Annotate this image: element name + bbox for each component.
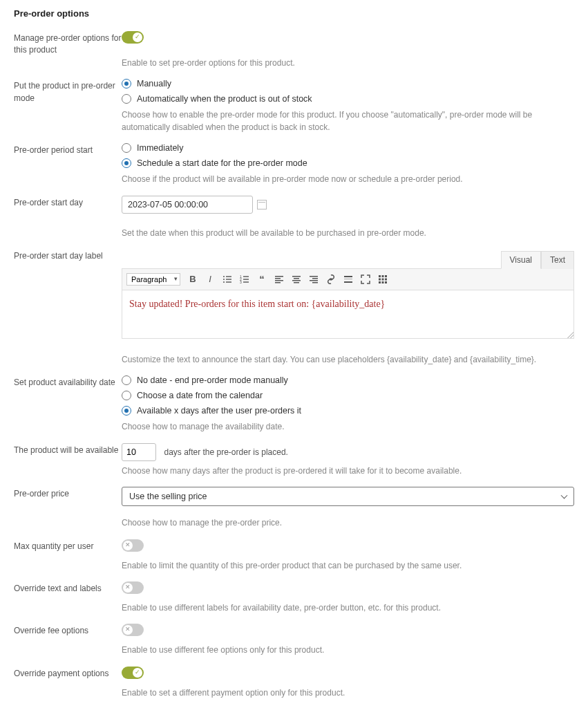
svg-rect-5 <box>226 281 231 282</box>
field-available-after: The product will be available days after… <box>14 443 574 477</box>
bold-icon[interactable]: B <box>185 272 200 287</box>
radio-icon <box>122 375 131 385</box>
svg-point-4 <box>223 281 225 283</box>
svg-rect-11 <box>243 281 249 282</box>
svg-rect-35 <box>385 281 387 283</box>
field-price: Pre-order price Use the selling price Ch… <box>14 487 574 529</box>
radio-icon <box>122 391 131 400</box>
svg-rect-12 <box>275 276 283 277</box>
svg-rect-9 <box>243 279 249 279</box>
tab-text[interactable]: Text <box>541 251 574 269</box>
format-select[interactable]: Paragraph <box>126 273 180 286</box>
input-days-after[interactable] <box>122 443 156 461</box>
resize-handle-icon[interactable] <box>567 331 573 338</box>
radio-period-immediately[interactable]: Immediately <box>122 143 574 153</box>
input-start-day[interactable] <box>122 196 253 214</box>
toolbar-toggle-icon[interactable] <box>375 272 390 287</box>
align-left-icon[interactable] <box>272 272 287 287</box>
svg-rect-33 <box>379 281 381 283</box>
svg-rect-26 <box>344 281 352 283</box>
svg-rect-22 <box>310 280 318 281</box>
toggle-override-payment[interactable] <box>122 667 144 679</box>
label-max-qty: Max quantity per user <box>14 539 122 552</box>
radio-mode-manually[interactable]: Manually <box>122 79 574 88</box>
radio-mode-automatic[interactable]: Automatically when the product is out of… <box>122 94 574 104</box>
italic-icon[interactable]: I <box>202 272 218 287</box>
svg-rect-31 <box>382 278 384 280</box>
svg-point-0 <box>223 276 225 277</box>
field-availability: Set product availability date No date - … <box>14 375 574 433</box>
help-period-start: Choose if the product will be available … <box>122 174 574 185</box>
svg-rect-23 <box>312 282 318 283</box>
field-period-start: Pre-order period start Immediately Sched… <box>14 143 574 185</box>
radio-icon <box>122 143 131 153</box>
help-mode: Choose how to enable the pre-order mode … <box>122 109 574 133</box>
radio-availability-nodate[interactable]: No date - end pre-order mode manually <box>122 375 574 385</box>
label-period-start: Pre-order period start <box>14 143 122 156</box>
radio-icon <box>122 94 131 104</box>
svg-rect-15 <box>275 282 281 283</box>
panel-title: Pre-order options <box>14 8 574 19</box>
toggle-override-text[interactable] <box>122 581 144 594</box>
svg-rect-3 <box>226 279 231 279</box>
select-price[interactable]: Use the selling price <box>122 487 574 506</box>
label-price: Pre-order price <box>14 487 122 500</box>
help-manage: Enable to set pre-order options for this… <box>122 57 574 69</box>
calendar-icon[interactable] <box>257 200 267 209</box>
svg-rect-30 <box>379 278 381 280</box>
svg-rect-20 <box>310 276 318 277</box>
field-max-qty: Max quantity per user Enable to limit th… <box>14 539 574 572</box>
bullet-list-icon[interactable] <box>220 272 235 287</box>
label-override-text: Override text and labels <box>14 581 122 595</box>
svg-rect-24 <box>344 276 352 277</box>
toggle-manage[interactable] <box>122 31 144 44</box>
svg-rect-29 <box>385 275 387 277</box>
svg-point-2 <box>223 279 225 280</box>
link-icon[interactable] <box>323 272 339 287</box>
suffix-days-after: days after the pre-order is placed. <box>164 447 287 457</box>
radio-availability-calendar[interactable]: Choose a date from the calendar <box>122 391 574 400</box>
svg-rect-28 <box>382 275 384 277</box>
label-override-fee: Override fee options <box>14 624 122 637</box>
align-right-icon[interactable] <box>306 272 321 287</box>
help-override-text: Enable to use different labels for avail… <box>122 602 574 614</box>
ordered-list-icon[interactable]: 123 <box>237 272 252 287</box>
help-override-fee: Enable to use different fee options only… <box>122 644 574 656</box>
help-available-after: Choose how many days after the product i… <box>122 465 574 477</box>
svg-rect-16 <box>292 276 301 277</box>
svg-text:3: 3 <box>240 279 242 283</box>
label-override-payment: Override payment options <box>14 667 122 680</box>
quote-icon[interactable]: “ <box>254 272 269 287</box>
toggle-override-fee[interactable] <box>122 624 144 636</box>
svg-rect-1 <box>226 276 231 277</box>
svg-rect-32 <box>385 278 387 280</box>
editor-content[interactable]: Stay updated! Pre-orders for this item s… <box>122 290 574 339</box>
label-mode: Put the product in pre-order mode <box>14 79 122 104</box>
field-start-day-label: Pre-order start day label Visual Text Pa… <box>14 249 574 366</box>
field-override-fee: Override fee options Enable to use diffe… <box>14 624 574 656</box>
radio-icon <box>122 158 131 168</box>
label-available-after: The product will be available <box>14 443 122 456</box>
insert-read-more-icon[interactable] <box>341 272 356 287</box>
label-start-day-label: Pre-order start day label <box>14 249 122 262</box>
rich-editor: Visual Text Paragraph B I 123 “ <box>122 250 574 339</box>
fullscreen-icon[interactable] <box>358 272 373 287</box>
align-center-icon[interactable] <box>289 272 304 287</box>
svg-rect-25 <box>344 279 352 279</box>
svg-rect-13 <box>275 278 281 279</box>
svg-rect-17 <box>294 278 299 279</box>
tab-visual[interactable]: Visual <box>501 251 541 269</box>
help-start-day-label: Customize the text to announce the start… <box>122 354 574 366</box>
radio-period-schedule[interactable]: Schedule a start date for the pre-order … <box>122 158 574 168</box>
help-max-qty: Enable to limit the quantity of this pre… <box>122 560 574 572</box>
help-price: Choose how to manage the pre-order price… <box>122 517 574 529</box>
radio-icon <box>122 406 131 416</box>
help-start-day: Set the date when this product will be a… <box>122 227 574 239</box>
radio-availability-xdays[interactable]: Available x days after the user pre-orde… <box>122 406 574 416</box>
radio-icon <box>122 79 131 88</box>
field-manage: Manage pre-order options for this produc… <box>14 31 574 69</box>
label-availability: Set product availability date <box>14 375 122 389</box>
svg-rect-21 <box>312 278 318 279</box>
toggle-max-qty[interactable] <box>122 539 144 552</box>
help-availability: Choose how to manage the availability da… <box>122 421 574 433</box>
